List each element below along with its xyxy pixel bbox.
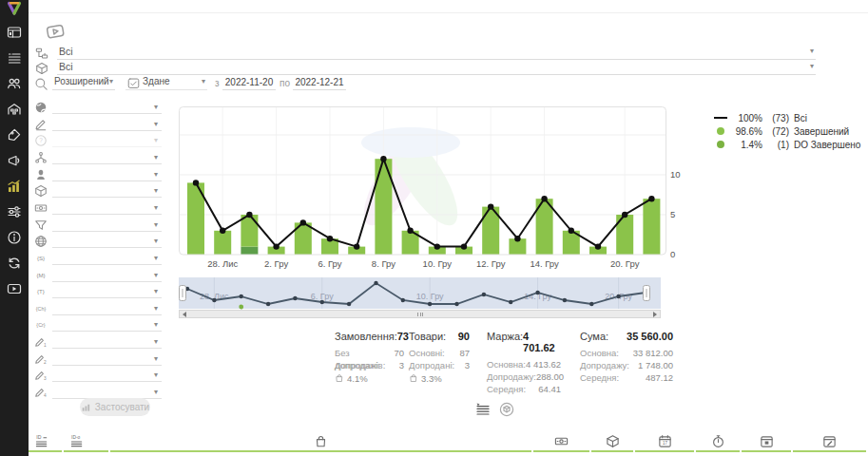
analytics-icon	[7, 179, 22, 194]
stat-title: Товари:	[409, 331, 446, 342]
x-tick-label: 14. Гру	[530, 258, 559, 269]
chevron-down-icon: ▾	[154, 220, 158, 230]
sidebar-item-analytics[interactable]	[0, 173, 29, 199]
bar-completed	[214, 231, 231, 255]
calendar-edit-icon	[822, 434, 837, 448]
list-view-icon	[475, 402, 491, 417]
stat-value: 1 748.00	[638, 359, 673, 371]
legend-pct: 100%	[730, 113, 762, 124]
filter-package-select[interactable]: ▾	[52, 183, 162, 198]
x-tick-label: 20. Гру	[610, 258, 640, 269]
sidebar-item-promo[interactable]	[0, 122, 29, 147]
sidebar-item-video[interactable]	[0, 276, 29, 301]
filter-utm-source-select[interactable]: ▾	[52, 251, 162, 265]
video-tutorial-button[interactable]	[45, 20, 68, 41]
column-header-package[interactable]	[591, 432, 633, 452]
legend-count: (72)	[762, 126, 789, 137]
sidebar-item-dashboard[interactable]	[0, 19, 29, 45]
sidebar-item-info[interactable]	[0, 224, 29, 250]
column-header-calendar-edit[interactable]	[793, 432, 866, 452]
stat-label: Середня:	[487, 383, 526, 395]
line-point	[380, 156, 386, 162]
dashboard-icon	[7, 25, 22, 40]
filter-utm-term-select[interactable]: ▾	[52, 284, 162, 298]
column-header-calendar-box[interactable]	[742, 432, 791, 452]
navigator-left-handle[interactable]	[179, 285, 186, 301]
stat-value: 33 812.00	[633, 347, 673, 359]
bag-icon	[314, 434, 328, 448]
announce-icon	[7, 153, 22, 168]
filter-utm-medium-select[interactable]: ▾	[52, 268, 162, 282]
status-flow-icon	[35, 47, 48, 60]
line-point	[327, 236, 333, 241]
filter-custom-field-4-select[interactable]: ▾	[52, 385, 162, 399]
custom-field-2-icon: 2	[34, 352, 48, 366]
sidebar-item-customers[interactable]	[0, 70, 29, 96]
chevron-down-icon: ▾	[810, 47, 814, 56]
filter-globe-select[interactable]: ▾	[52, 234, 162, 248]
scroll-right-icon[interactable]	[653, 312, 657, 317]
orders-list-icon	[7, 50, 22, 66]
column-header-calendar-date[interactable]: 17	[635, 432, 694, 452]
filter-utm-campaign-select[interactable]: ▾	[52, 301, 162, 315]
search-mode-select[interactable]: Розширений ▾	[52, 76, 115, 90]
sidebar-item-warehouse[interactable]	[0, 96, 29, 122]
navigator-do-point	[239, 305, 243, 310]
line-point	[273, 243, 279, 249]
chevron-down-icon: ▾	[154, 304, 158, 314]
navigator-scrollbar[interactable]	[179, 310, 661, 318]
app-logo-icon[interactable]	[6, 1, 23, 16]
date-to-input[interactable]: 2022-12-21	[293, 76, 346, 90]
line-point	[595, 243, 601, 249]
filter-custom-field-2-select[interactable]: ▾	[52, 352, 162, 366]
money-icon	[34, 201, 48, 215]
filter-person-select[interactable]: ▾	[52, 167, 162, 181]
date-type-select[interactable]: Здане ▾	[125, 76, 207, 90]
legend-item-0[interactable]: 100% (73) Всі	[711, 111, 860, 124]
svg-text:2: 2	[44, 360, 47, 365]
scrollbar-grip[interactable]	[417, 313, 423, 316]
filter-question-select: ▾	[52, 133, 162, 147]
sidebar-item-settings-sliders[interactable]	[0, 199, 29, 224]
legend-item-2[interactable]: 1.4% (1) DO Завершено	[711, 138, 860, 151]
sidebar-nav	[0, 19, 29, 301]
scroll-left-icon[interactable]	[183, 312, 186, 317]
stat-row: Без допродажів:70	[335, 347, 404, 359]
chevron-down-icon: ▾	[154, 354, 158, 364]
column-header-money[interactable]	[533, 432, 589, 452]
bar-chart-icon	[81, 402, 91, 412]
legend-line-marker	[714, 117, 727, 119]
product-filter-value: Всі	[59, 61, 73, 72]
stat-row: Основна:4 413.62	[487, 358, 561, 370]
filter-hierarchy-select[interactable]: ▾	[52, 150, 162, 164]
list-view-icon[interactable]	[475, 402, 491, 417]
navigator-right-handle[interactable]	[643, 285, 650, 301]
stat-label: Середня:	[580, 371, 619, 384]
sidebar-item-sync[interactable]	[0, 250, 29, 276]
filter-custom-field-3-select[interactable]: ▾	[52, 368, 162, 382]
legend-item-1[interactable]: 98.6% (72) Завершений	[711, 124, 860, 138]
product-filter-select[interactable]: Всі ▾	[57, 61, 816, 75]
filter-pencil-lines-select[interactable]: ▾	[52, 117, 162, 131]
chevron-down-icon: ▾	[154, 287, 158, 296]
sidebar	[0, 0, 29, 456]
filter-money-select[interactable]: ▾	[52, 200, 162, 215]
status-filter-select[interactable]: Всі ▾	[57, 46, 816, 60]
date-from-input[interactable]: 2022-11-20	[222, 76, 276, 90]
column-header-bag[interactable]	[110, 432, 532, 452]
chevron-down-icon: ▾	[154, 136, 158, 145]
column-header-clock[interactable]	[696, 432, 740, 452]
filter-custom-field-1-select[interactable]: ▾	[52, 334, 162, 349]
package-view-icon[interactable]	[499, 402, 514, 417]
legend-count: (1)	[762, 140, 789, 150]
filter-world-select[interactable]: ▾	[52, 100, 162, 114]
filter-funnel-select[interactable]: ▾	[52, 218, 162, 232]
sidebar-item-orders-list[interactable]	[0, 45, 29, 70]
column-header-id-lines[interactable]: ID	[29, 432, 62, 452]
stat-value: 70	[394, 347, 404, 359]
status-filter-value: Всі	[59, 46, 73, 57]
filter-utm-creative-select[interactable]: ▾	[52, 317, 162, 332]
sidebar-item-announce[interactable]	[0, 147, 29, 173]
column-header-id-o-lines[interactable]: ID-o	[64, 432, 107, 452]
apply-button[interactable]: Застосувати	[80, 398, 150, 416]
